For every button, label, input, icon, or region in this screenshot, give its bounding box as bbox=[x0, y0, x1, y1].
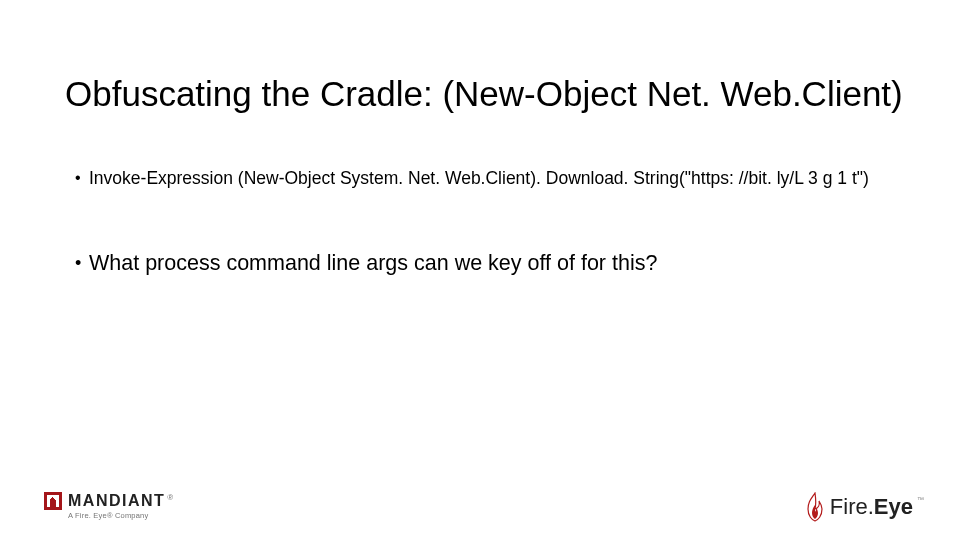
trademark-mark: ™ bbox=[917, 496, 924, 503]
fireeye-fire: Fire. bbox=[830, 494, 874, 519]
slide-title: Obfuscating the Cradle: (New-Object Net.… bbox=[65, 74, 903, 114]
bullet-item: • What process command line args can we … bbox=[75, 250, 895, 276]
fireeye-logo: Fire.Eye ™ bbox=[804, 492, 924, 522]
flame-icon bbox=[804, 492, 826, 522]
mandiant-subtitle: A Fire. Eye® Company bbox=[68, 511, 173, 520]
mandiant-wordmark: MANDIANT bbox=[68, 492, 165, 510]
registered-mark: ® bbox=[167, 493, 173, 502]
bullet-marker: • bbox=[75, 250, 89, 276]
mandiant-logo-row: MANDIANT ® bbox=[44, 492, 173, 510]
bullet-marker: • bbox=[75, 166, 89, 190]
bullet-item: • Invoke-Expression (New-Object System. … bbox=[75, 166, 895, 190]
slide-footer: MANDIANT ® A Fire. Eye® Company Fire.Eye… bbox=[0, 474, 960, 540]
slide-body: • Invoke-Expression (New-Object System. … bbox=[75, 166, 895, 336]
bullet-text: Invoke-Expression (New-Object System. Ne… bbox=[89, 166, 869, 190]
fireeye-eye: Eye bbox=[874, 494, 913, 519]
mandiant-logo: MANDIANT ® A Fire. Eye® Company bbox=[44, 492, 173, 520]
bullet-text: What process command line args can we ke… bbox=[89, 250, 657, 276]
slide: Obfuscating the Cradle: (New-Object Net.… bbox=[0, 0, 960, 540]
fireeye-wordmark: Fire.Eye bbox=[830, 494, 913, 520]
mandiant-mark-icon bbox=[44, 492, 62, 510]
